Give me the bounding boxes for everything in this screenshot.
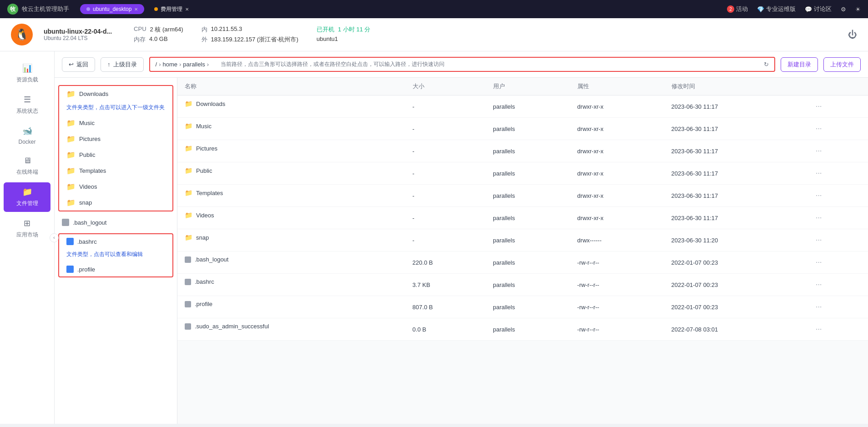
file-action-cell[interactable]: ··· bbox=[805, 274, 868, 296]
tree-item-snap[interactable]: 📁 snap bbox=[59, 195, 172, 211]
file-user-cell: parallels bbox=[486, 251, 570, 274]
sidebar-item-files[interactable]: 📁 文件管理 bbox=[4, 182, 50, 212]
settings-item[interactable]: ⚙ bbox=[841, 6, 846, 13]
file-action-cell[interactable]: ··· bbox=[805, 318, 868, 341]
file-name-cell[interactable]: 📁 Videos bbox=[177, 207, 405, 223]
file-action-cell[interactable]: ··· bbox=[805, 296, 868, 318]
tree-item-downloads[interactable]: 📁 Downloads bbox=[59, 86, 172, 102]
tab-cost-close[interactable]: ✕ bbox=[185, 7, 189, 12]
sidebar-collapse-button[interactable]: ‹ bbox=[50, 233, 59, 242]
tab-ubuntu-desktop[interactable]: ubuntu_desktop ✕ bbox=[80, 4, 144, 14]
tree-item-music[interactable]: 📁 Music bbox=[59, 115, 172, 131]
forum-label: 讨论区 bbox=[814, 5, 832, 13]
theme-item[interactable]: ☀ bbox=[855, 6, 861, 13]
file-name-cell[interactable]: .bash_logout bbox=[177, 251, 405, 267]
external-ip-value: 183.159.122.157 (浙江省-杭州市) bbox=[211, 35, 298, 44]
file-size-cell: - bbox=[405, 185, 486, 207]
file-name-text: .bash_logout bbox=[195, 256, 228, 263]
forum-item[interactable]: 💬 讨论区 bbox=[805, 5, 832, 13]
file-name-cell[interactable]: 📁 snap bbox=[177, 229, 405, 246]
file-name-cell[interactable]: 📁 Downloads bbox=[177, 95, 405, 112]
folder-annotation-text: 文件夹类型，点击可以进入下一级文件夹 bbox=[59, 102, 172, 115]
file-action-cell[interactable]: ··· bbox=[805, 95, 868, 118]
file-action-cell[interactable]: ··· bbox=[805, 118, 868, 140]
file-icon-list bbox=[185, 323, 191, 330]
uptime-group: 已开机 1 小时 11 分 ubuntu1 bbox=[317, 25, 371, 44]
file-perm-cell: -rw-r--r-- bbox=[570, 251, 664, 274]
file-user-cell: parallels bbox=[486, 140, 570, 162]
tree-item-videos[interactable]: 📁 Videos bbox=[59, 179, 172, 195]
more-button[interactable]: ··· bbox=[812, 278, 825, 291]
top-nav: 牧 牧云主机管理助手 ubuntu_desktop ✕ 费用管理 ✕ 2 活动 … bbox=[0, 0, 868, 18]
path-parts: / › home › parallels › bbox=[156, 61, 209, 68]
table-row: .sudo_as_admin_successful 0.0 B parallel… bbox=[177, 318, 868, 341]
server-icon: 🐧 bbox=[11, 24, 33, 45]
tree-item-public[interactable]: 📁 Public bbox=[59, 147, 172, 163]
file-action-cell[interactable]: ··· bbox=[805, 251, 868, 274]
tree-item-bashrc[interactable]: .bashrc bbox=[59, 234, 172, 249]
table-row: 📁 Pictures - parallels drwxr-xr-x 2023-0… bbox=[177, 140, 868, 162]
more-button[interactable]: ··· bbox=[812, 100, 825, 113]
cpu-group: CPU 2 核 (arm64) 内存 4.0 GB bbox=[134, 25, 183, 44]
pro-ops-item[interactable]: 💎 专业运维版 bbox=[757, 5, 796, 13]
tree-item-templates-label: Templates bbox=[79, 167, 106, 174]
file-name-cell[interactable]: 📁 Public bbox=[177, 162, 405, 179]
more-button[interactable]: ··· bbox=[812, 167, 825, 180]
sidebar-item-docker[interactable]: 🐋 Docker bbox=[4, 121, 50, 150]
sidebar-item-resources[interactable]: 📊 资源负载 bbox=[4, 59, 50, 88]
more-button[interactable]: ··· bbox=[812, 301, 825, 313]
more-button[interactable]: ··· bbox=[812, 189, 825, 202]
file-modified-cell: 2022-01-07 00:23 bbox=[664, 251, 805, 274]
file-size-cell: - bbox=[405, 229, 486, 251]
more-button[interactable]: ··· bbox=[812, 323, 825, 336]
file-name-cell[interactable]: .sudo_as_admin_successful bbox=[177, 318, 405, 334]
path-home: home bbox=[162, 61, 177, 68]
more-button[interactable]: ··· bbox=[812, 234, 825, 246]
sidebar-item-terminal[interactable]: 🖥 在线终端 bbox=[4, 151, 50, 181]
up-arrow-icon: ↑ bbox=[107, 61, 111, 68]
power-button[interactable]: ⏻ bbox=[848, 30, 857, 40]
file-user-cell: parallels bbox=[486, 318, 570, 341]
upload-button[interactable]: 上传文件 bbox=[823, 57, 861, 72]
back-button[interactable]: ↩ 返回 bbox=[62, 57, 95, 72]
table-row: .bash_logout 220.0 B parallels -rw-r--r-… bbox=[177, 251, 868, 274]
file-name-cell[interactable]: 📁 Music bbox=[177, 118, 405, 134]
file-action-cell[interactable]: ··· bbox=[805, 140, 868, 162]
file-modified-cell: 2023-06-30 11:17 bbox=[664, 140, 805, 162]
tree-item-bash-logout[interactable]: .bash_logout bbox=[55, 215, 177, 230]
mem-value: 4.0 GB bbox=[149, 35, 167, 44]
file-size-cell: 807.0 B bbox=[405, 296, 486, 318]
activity-nav-item[interactable]: 2 活动 bbox=[727, 5, 748, 13]
file-action-cell[interactable]: ··· bbox=[805, 185, 868, 207]
sidebar-item-system-status[interactable]: ☰ 系统状态 bbox=[4, 90, 50, 120]
tree-item-pictures[interactable]: 📁 Pictures bbox=[59, 131, 172, 147]
mem-label: 内存 bbox=[134, 35, 146, 44]
file-action-cell[interactable]: ··· bbox=[805, 229, 868, 251]
internal-ip-value: 10.211.55.3 bbox=[211, 25, 242, 34]
more-button[interactable]: ··· bbox=[812, 211, 825, 224]
refresh-icon[interactable]: ↻ bbox=[764, 61, 769, 68]
more-button[interactable]: ··· bbox=[812, 122, 825, 135]
file-action-cell[interactable]: ··· bbox=[805, 162, 868, 185]
file-list-table: 名称 大小 用户 属性 修改时间 📁 Downloads - parallels… bbox=[177, 78, 868, 341]
file-name-cell[interactable]: 📁 Pictures bbox=[177, 140, 405, 156]
file-modified-cell: 2022-01-07 00:23 bbox=[664, 296, 805, 318]
folder-icon-list: 📁 bbox=[185, 122, 192, 130]
file-name-cell[interactable]: .profile bbox=[177, 296, 405, 312]
sidebar-item-app-market[interactable]: ⊞ 应用市场 bbox=[4, 214, 50, 243]
file-icon-bashrc bbox=[66, 238, 74, 245]
tree-item-snap-label: snap bbox=[79, 199, 92, 206]
file-name-cell[interactable]: 📁 Templates bbox=[177, 185, 405, 201]
tab-close-icon[interactable]: ✕ bbox=[134, 7, 138, 12]
tree-item-profile[interactable]: .profile bbox=[59, 262, 172, 276]
logo-icon: 牧 bbox=[7, 4, 18, 15]
up-dir-button[interactable]: ↑ 上级目录 bbox=[101, 57, 144, 72]
tree-item-templates[interactable]: 📁 Templates bbox=[59, 163, 172, 179]
more-button[interactable]: ··· bbox=[812, 145, 825, 157]
file-action-cell[interactable]: ··· bbox=[805, 207, 868, 229]
file-name-cell[interactable]: .bashrc bbox=[177, 274, 405, 290]
new-dir-button[interactable]: 新建目录 bbox=[781, 57, 818, 72]
tab-cost[interactable]: 费用管理 ✕ bbox=[148, 4, 195, 15]
more-button[interactable]: ··· bbox=[812, 256, 825, 269]
path-bar[interactable]: / › home › parallels › 当前路径，点击三角形可以选择路径，… bbox=[149, 57, 776, 72]
